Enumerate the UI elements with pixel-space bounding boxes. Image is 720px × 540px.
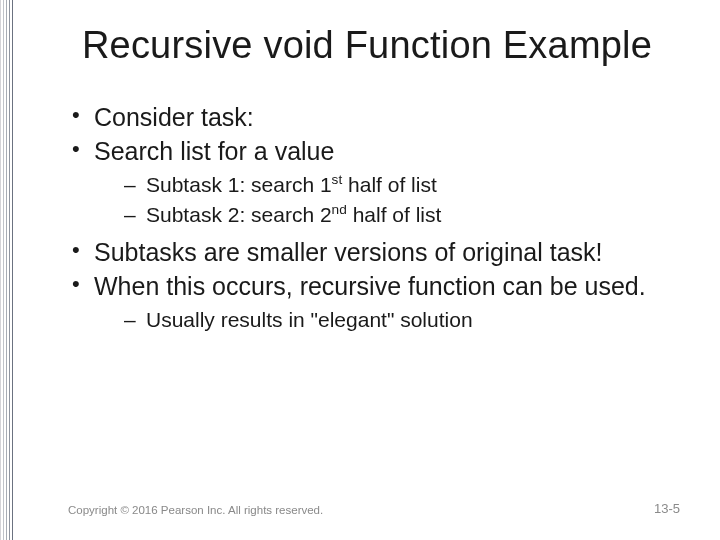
bullet-text: When this occurs, recursive function can… (94, 272, 646, 300)
bullet-item: Search list for a value Subtask 1: searc… (72, 135, 680, 228)
slide-title: Recursive void Function Example (54, 24, 680, 67)
bullet-text: Subtasks are smaller versions of origina… (94, 238, 603, 266)
sub-bullet-text: Subtask 1: search 1 (146, 173, 332, 196)
sub-bullet-text: half of list (347, 203, 442, 226)
bullet-list: Consider task: Search list for a value S… (54, 101, 680, 334)
sub-bullet-item: Subtask 1: search 1st half of list (124, 171, 680, 199)
left-border-decoration (0, 0, 14, 540)
sub-bullet-text: half of list (342, 173, 437, 196)
copyright-text: Copyright © 2016 Pearson Inc. All rights… (68, 504, 323, 516)
superscript: nd (332, 202, 347, 217)
bullet-text: Search list for a value (94, 137, 334, 165)
sub-bullet-item: Subtask 2: search 2nd half of list (124, 201, 680, 229)
slide-body: Recursive void Function Example Consider… (14, 0, 720, 540)
sub-bullet-list: Usually results in "elegant" solution (94, 306, 680, 334)
sub-bullet-text: Subtask 2: search 2 (146, 203, 332, 226)
footer: Copyright © 2016 Pearson Inc. All rights… (0, 501, 720, 516)
sub-bullet-text: Usually results in "elegant" solution (146, 308, 473, 331)
sub-bullet-list: Subtask 1: search 1st half of list Subta… (94, 171, 680, 228)
superscript: st (332, 172, 343, 187)
sub-bullet-item: Usually results in "elegant" solution (124, 306, 680, 334)
bullet-item: Consider task: (72, 101, 680, 133)
page-number: 13-5 (654, 501, 680, 516)
bullet-text: Consider task: (94, 103, 254, 131)
bullet-item: When this occurs, recursive function can… (72, 270, 680, 334)
bullet-item: Subtasks are smaller versions of origina… (72, 236, 680, 268)
